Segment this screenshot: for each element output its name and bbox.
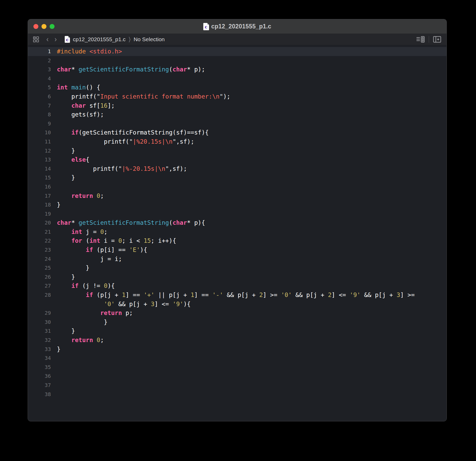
line-number: 19 — [28, 209, 51, 219]
line-number: 13 — [28, 155, 51, 164]
code-text: gets(sf); — [51, 110, 104, 119]
jump-bar-left: ‹ › c cp12_20201555_p1.c 〉 No Selection — [33, 36, 165, 43]
back-button[interactable]: ‹ — [46, 35, 49, 43]
code-text: if (p[j + 1] == '+' || p[j + 1] == '-' &… — [51, 290, 415, 300]
line-number: 14 — [28, 164, 51, 173]
code-text: #include <stdio.h> — [51, 47, 122, 56]
code-line-26[interactable]: 26 } — [28, 272, 447, 282]
code-text: j = i; — [51, 254, 122, 264]
code-line-29[interactable]: 29 return p; — [28, 308, 447, 318]
line-number: 37 — [28, 381, 51, 390]
code-text: char sf[16]; — [51, 101, 115, 110]
code-line-wrap[interactable]: '0' && p[j + 3] <= '9'){ — [28, 300, 447, 309]
code-text: int j = 0; — [51, 227, 108, 236]
close-button[interactable] — [33, 24, 38, 29]
code-line-12[interactable]: 12 } — [28, 146, 447, 155]
line-number: 7 — [28, 101, 51, 110]
breadcrumb-file-icon: c — [65, 36, 70, 43]
code-line-4[interactable]: 4 — [28, 74, 447, 83]
line-number: 28 — [28, 290, 51, 300]
code-line-1[interactable]: 1#include <stdio.h> — [28, 47, 447, 56]
window-title: cp12_20201555_p1.c — [211, 23, 271, 30]
code-line-2[interactable]: 2 — [28, 56, 447, 65]
code-line-27[interactable]: 27 if (j != 0){ — [28, 281, 447, 290]
line-number: 15 — [28, 173, 51, 182]
traffic-lights — [33, 19, 55, 34]
code-line-36[interactable]: 36 — [28, 372, 447, 381]
line-number: 4 — [28, 74, 51, 83]
code-line-9[interactable]: 9 — [28, 119, 447, 128]
code-text — [51, 390, 57, 399]
code-text: for (int i = 0; i < 15; i++){ — [51, 236, 176, 245]
line-number: 36 — [28, 372, 51, 381]
code-line-11[interactable]: 11 printf("|%20.15s|\n",sf); — [28, 137, 447, 146]
code-line-17[interactable]: 17 return 0; — [28, 191, 447, 201]
code-text: if(getScientificFormatString(sf)==sf){ — [51, 128, 209, 137]
line-number: 21 — [28, 227, 51, 236]
code-line-32[interactable]: 32 return 0; — [28, 336, 447, 345]
code-line-24[interactable]: 24 j = i; — [28, 254, 447, 264]
code-line-8[interactable]: 8 gets(sf); — [28, 110, 447, 119]
code-line-23[interactable]: 23 if (p[i] == 'E'){ — [28, 245, 447, 254]
code-line-37[interactable]: 37 — [28, 381, 447, 390]
line-number: 18 — [28, 200, 51, 209]
code-line-3[interactable]: 3char* getScientificFormatString(char* p… — [28, 65, 447, 74]
zoom-button[interactable] — [50, 24, 55, 29]
line-number: 33 — [28, 345, 51, 354]
title-bar[interactable]: c cp12_20201555_p1.c — [28, 19, 447, 34]
line-number: 34 — [28, 354, 51, 363]
window-title-group: c cp12_20201555_p1.c — [203, 23, 271, 30]
xcode-window: c cp12_20201555_p1.c ‹ — [28, 19, 447, 421]
editor-options-icon[interactable] — [416, 36, 425, 43]
code-line-28[interactable]: 28 if (p[j + 1] == '+' || p[j + 1] == '-… — [28, 290, 447, 300]
code-line-15[interactable]: 15 } — [28, 173, 447, 182]
minimize-button[interactable] — [41, 24, 46, 29]
code-line-34[interactable]: 34 — [28, 354, 447, 363]
code-text: } — [51, 345, 61, 354]
line-number: 12 — [28, 146, 51, 155]
code-text: } — [51, 263, 90, 272]
code-text: int main() { — [51, 83, 100, 92]
line-number: 27 — [28, 281, 51, 290]
code-text — [51, 354, 57, 363]
code-line-31[interactable]: 31 } — [28, 326, 447, 336]
code-line-5[interactable]: 5int main() { — [28, 83, 447, 92]
line-number: 8 — [28, 110, 51, 119]
code-line-30[interactable]: 30 } — [28, 318, 447, 327]
jump-bar-right — [416, 36, 441, 43]
code-line-14[interactable]: 14 printf("|%-20.15s|\n",sf); — [28, 164, 447, 173]
line-number: 31 — [28, 326, 51, 336]
code-text: } — [51, 272, 75, 282]
code-line-7[interactable]: 7 char sf[16]; — [28, 101, 447, 110]
code-line-10[interactable]: 10 if(getScientificFormatString(sf)==sf)… — [28, 128, 447, 137]
code-line-38[interactable]: 38 — [28, 390, 447, 399]
line-number: 16 — [28, 182, 51, 191]
code-line-22[interactable]: 22 for (int i = 0; i < 15; i++){ — [28, 236, 447, 245]
line-number: 29 — [28, 308, 51, 318]
code-line-35[interactable]: 35 — [28, 363, 447, 372]
code-line-13[interactable]: 13 else{ — [28, 155, 447, 164]
related-items-icon[interactable] — [33, 36, 39, 43]
code-text: char* getScientificFormatString(char* p)… — [51, 65, 205, 74]
code-line-18[interactable]: 18} — [28, 200, 447, 209]
code-line-21[interactable]: 21 int j = 0; — [28, 227, 447, 236]
code-line-20[interactable]: 20char* getScientificFormatString(char* … — [28, 218, 447, 227]
code-line-16[interactable]: 16 — [28, 182, 447, 191]
breadcrumb-file-name[interactable]: cp12_20201555_p1.c — [73, 36, 126, 43]
code-text: } — [51, 200, 61, 209]
code-text: else{ — [51, 155, 90, 164]
toolbar-divider — [429, 36, 429, 43]
code-line-25[interactable]: 25 } — [28, 263, 447, 272]
code-line-33[interactable]: 33} — [28, 345, 447, 354]
code-line-6[interactable]: 6 printf("Input scientific format number… — [28, 92, 447, 101]
c-file-icon: c — [203, 23, 209, 30]
breadcrumb-selection[interactable]: No Selection — [134, 36, 165, 43]
forward-button[interactable]: › — [55, 35, 57, 43]
code-text: return p; — [51, 308, 133, 318]
add-editor-icon[interactable] — [433, 36, 441, 43]
line-number: 32 — [28, 336, 51, 345]
code-area[interactable]: 1#include <stdio.h>23char* getScientific… — [28, 45, 447, 421]
code-text — [51, 363, 57, 372]
code-line-19[interactable]: 19 — [28, 209, 447, 219]
code-text: return 0; — [51, 336, 104, 345]
